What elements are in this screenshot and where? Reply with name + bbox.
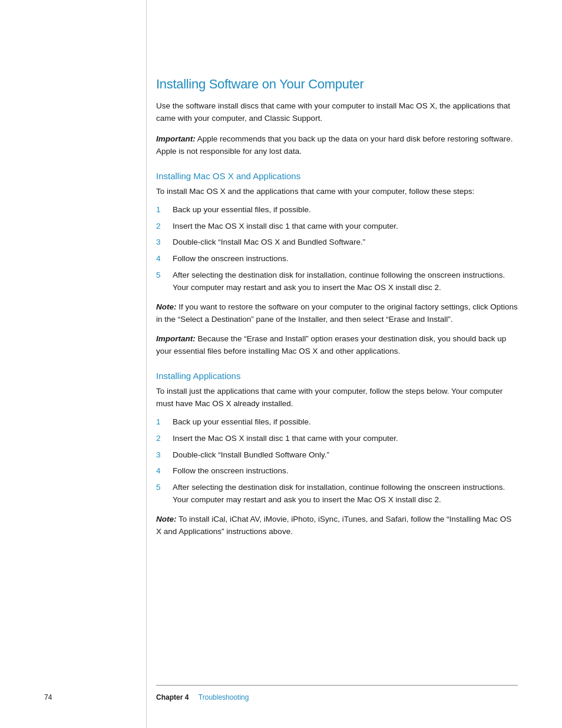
note-label-1: Note: (156, 302, 177, 311)
chapter-name: Troubleshooting (199, 693, 249, 701)
note-label-2: Note: (156, 515, 177, 523)
step-item: 4 Follow the onscreen instructions. (156, 253, 518, 265)
step-number: 5 (156, 482, 168, 494)
section2-intro: To install just the applications that ca… (156, 386, 518, 410)
important-block-1: Important: Apple recommends that you bac… (156, 133, 518, 158)
important-content-1: Apple recommends that you back up the da… (156, 134, 513, 156)
page-title: Installing Software on Your Computer (156, 77, 518, 92)
step-number: 5 (156, 269, 168, 282)
step-item: 1 Back up your essential files, if possi… (156, 204, 518, 216)
footer-divider (156, 685, 518, 686)
step-text: After selecting the destination disk for… (173, 482, 518, 506)
step-text: Back up your essential files, if possibl… (173, 416, 518, 429)
important-content-2: Because the “Erase and Install” option e… (156, 334, 506, 355)
important-label-2: Important: (156, 334, 196, 343)
step-text: Double-click “Install Mac OS X and Bundl… (173, 236, 518, 249)
note-block-1: Note: If you want to restore the softwar… (156, 301, 518, 326)
step-item: 1 Back up your essential files, if possi… (156, 416, 518, 429)
important-label-1: Important: (156, 134, 196, 143)
section1-title: Installing Mac OS X and Applications (156, 171, 518, 181)
step-text: Follow the onscreen instructions. (173, 465, 518, 477)
section1-steps: 1 Back up your essential files, if possi… (156, 204, 518, 295)
section2-title: Installing Applications (156, 371, 518, 381)
page: Installing Software on Your Computer Use… (0, 0, 562, 728)
section2-steps: 1 Back up your essential files, if possi… (156, 416, 518, 507)
section1-intro: To install Mac OS X and the applications… (156, 186, 518, 198)
important-block-2: Important: Because the “Erase and Instal… (156, 333, 518, 358)
step-text: After selecting the destination disk for… (173, 269, 518, 294)
note-text-1: Note: If you want to restore the softwar… (156, 301, 518, 326)
step-number: 4 (156, 465, 168, 477)
step-number: 1 (156, 204, 168, 216)
step-text: Follow the onscreen instructions. (173, 253, 518, 265)
step-item: 2 Insert the Mac OS X install disc 1 tha… (156, 433, 518, 445)
step-number: 4 (156, 253, 168, 265)
step-number: 1 (156, 416, 168, 429)
note-text-2: Note: To install iCal, iChat AV, iMovie,… (156, 513, 518, 538)
chapter-label: Chapter 4 Troubleshooting (156, 693, 249, 701)
step-item: 2 Insert the Mac OS X install disc 1 tha… (156, 220, 518, 233)
step-item: 3 Double-click “Install Mac OS X and Bun… (156, 236, 518, 249)
important-text-2: Important: Because the “Erase and Instal… (156, 333, 518, 358)
chapter-separator (191, 693, 197, 701)
step-text: Double-click “Install Bundled Software O… (173, 449, 518, 462)
step-number: 3 (156, 236, 168, 249)
step-item: 4 Follow the onscreen instructions. (156, 465, 518, 477)
step-number: 2 (156, 433, 168, 445)
step-number: 2 (156, 220, 168, 233)
step-item: 5 After selecting the destination disk f… (156, 482, 518, 506)
chapter-word: Chapter 4 (156, 693, 189, 701)
note-block-2: Note: To install iCal, iChat AV, iMovie,… (156, 513, 518, 538)
step-text: Back up your essential files, if possibl… (173, 204, 518, 216)
step-number: 3 (156, 449, 168, 462)
important-text-1: Important: Apple recommends that you bac… (156, 133, 518, 158)
step-text: Insert the Mac OS X install disc 1 that … (173, 220, 518, 233)
note-content-1: If you want to restore the software on y… (156, 302, 518, 324)
step-item: 5 After selecting the destination disk f… (156, 269, 518, 294)
content-area: Installing Software on Your Computer Use… (156, 0, 518, 604)
intro-paragraph: Use the software install discs that came… (156, 100, 518, 125)
note-content-2: To install iCal, iChat AV, iMovie, iPhot… (156, 515, 511, 536)
margin-line (146, 0, 147, 728)
page-number: 74 (44, 693, 52, 701)
step-item: 3 Double-click “Install Bundled Software… (156, 449, 518, 462)
step-text: Insert the Mac OS X install disc 1 that … (173, 433, 518, 445)
